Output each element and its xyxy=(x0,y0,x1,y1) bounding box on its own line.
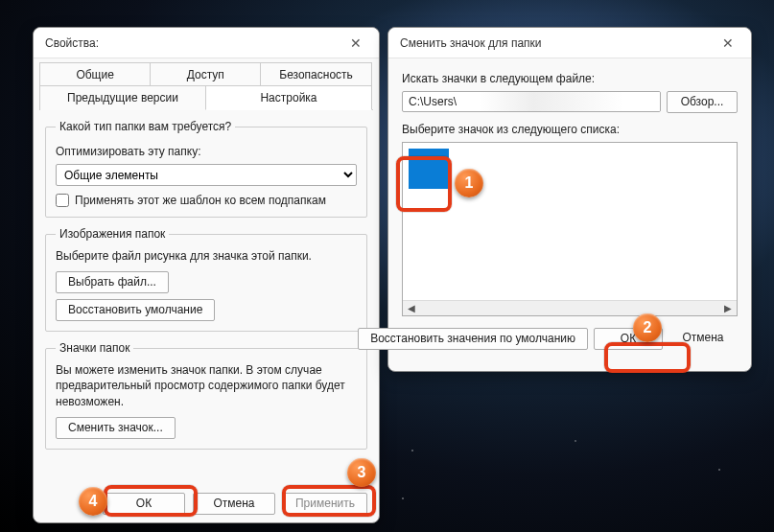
cancel-button[interactable]: Отмена xyxy=(668,328,738,350)
window-title: Сменить значок для папки xyxy=(400,36,542,50)
tab-customize[interactable]: Настройка xyxy=(205,85,372,110)
dialog-footer: Восстановить значения по умолчанию ОК От… xyxy=(402,328,738,350)
dialog-body: Искать значки в следующем файле: C:\User… xyxy=(388,58,751,316)
icon-path-value: C:\Users\ xyxy=(409,95,457,108)
tab-previous-versions[interactable]: Предыдущие версии xyxy=(39,85,206,110)
tab-sharing[interactable]: Доступ xyxy=(150,62,261,86)
folder-pictures-note: Выберите файл рисунка для значка этой па… xyxy=(56,248,357,264)
titlebar[interactable]: Свойства: ✕ xyxy=(34,28,379,58)
group-folder-pictures: Изображения папок Выберите файл рисунка … xyxy=(45,227,367,332)
close-icon[interactable]: ✕ xyxy=(339,30,373,57)
scroll-right-icon[interactable]: ▶ xyxy=(721,303,735,314)
icon-option-blue[interactable] xyxy=(409,149,449,189)
group-folder-type: Какой тип папки вам требуется? Оптимизир… xyxy=(45,120,367,218)
group-folder-icons: Значки папок Вы можете изменить значок п… xyxy=(45,341,367,450)
horizontal-scrollbar[interactable]: ◀ ▶ xyxy=(403,300,737,315)
icon-path-input[interactable]: C:\Users\ xyxy=(402,91,661,112)
tab-general[interactable]: Общие xyxy=(39,62,151,86)
group-folder-pictures-legend: Изображения папок xyxy=(56,227,169,241)
restore-defaults-button[interactable]: Восстановить значения по умолчанию xyxy=(358,328,588,350)
ok-button[interactable]: ОК xyxy=(594,328,663,350)
restore-default-button[interactable]: Восстановить умолчание xyxy=(56,299,215,321)
optimize-select[interactable]: Общие элементы xyxy=(56,164,357,186)
group-folder-icons-legend: Значки папок xyxy=(56,341,133,355)
change-icon-button[interactable]: Сменить значок... xyxy=(56,417,176,439)
tab-row-1: Общие Доступ Безопасность Предыдущие вер… xyxy=(39,62,373,110)
tab-security[interactable]: Безопасность xyxy=(260,62,371,86)
apply-button[interactable]: Применить xyxy=(283,493,367,515)
apply-subfolders-row[interactable]: Применять этот же шаблон ко всем подпапк… xyxy=(56,194,357,207)
group-folder-type-legend: Какой тип папки вам требуется? xyxy=(56,120,235,133)
titlebar[interactable]: Сменить значок для папки ✕ xyxy=(388,28,751,58)
close-icon[interactable]: ✕ xyxy=(711,30,745,57)
window-title: Свойства: xyxy=(45,36,99,50)
choose-file-button[interactable]: Выбрать файл... xyxy=(56,271,169,293)
dialog-footer: ОК Отмена Применить xyxy=(103,493,367,515)
apply-subfolders-checkbox[interactable] xyxy=(56,194,69,207)
change-icon-dialog: Сменить значок для папки ✕ Искать значки… xyxy=(387,27,752,372)
browse-button[interactable]: Обзор... xyxy=(667,91,738,113)
scroll-left-icon[interactable]: ◀ xyxy=(405,303,418,314)
search-file-label: Искать значки в следующем файле: xyxy=(402,72,738,85)
path-fade xyxy=(480,92,660,111)
ok-button[interactable]: ОК xyxy=(103,493,185,515)
properties-dialog: Свойства: ✕ Общие Доступ Безопасность Пр… xyxy=(33,27,380,523)
apply-subfolders-label: Применять этот же шаблон ко всем подпапк… xyxy=(75,194,326,207)
optimize-label: Оптимизировать эту папку: xyxy=(56,145,357,158)
dialog-content: Какой тип папки вам требуется? Оптимизир… xyxy=(34,110,379,450)
folder-icons-note: Вы можете изменить значок папки. В этом … xyxy=(56,362,357,409)
icon-list[interactable]: ◀ ▶ xyxy=(402,142,738,316)
cancel-button[interactable]: Отмена xyxy=(193,493,275,515)
choose-icon-label: Выберите значок из следующего списка: xyxy=(402,123,738,136)
